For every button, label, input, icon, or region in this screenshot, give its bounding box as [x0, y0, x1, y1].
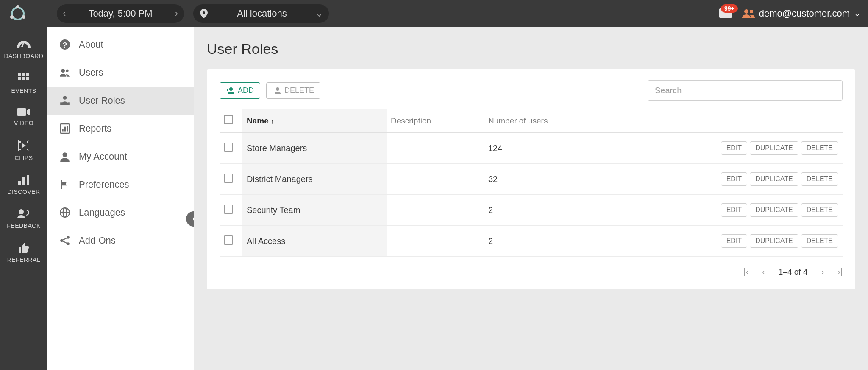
table-row: All Access2EDITDUPLICATEDELETE — [220, 226, 843, 257]
row-desc — [387, 164, 484, 195]
svg-rect-12 — [17, 108, 26, 116]
svg-rect-15 — [27, 141, 28, 143]
person-add-icon — [226, 87, 234, 94]
pager-last[interactable]: ›| — [837, 267, 843, 277]
row-checkbox[interactable] — [224, 235, 233, 245]
pager-first[interactable]: |‹ — [743, 267, 748, 277]
grid-icon — [18, 73, 29, 84]
col-desc[interactable]: Description — [391, 116, 431, 125]
duplicate-button[interactable]: DUPLICATE — [750, 141, 798, 155]
svg-point-0 — [12, 8, 24, 20]
svg-text:?: ? — [63, 41, 67, 49]
row-delete-button[interactable]: DELETE — [801, 141, 838, 155]
search-input[interactable] — [648, 80, 843, 101]
sidebar-item-reports[interactable]: Reports — [47, 115, 194, 143]
date-label: Today, 5:00 PM — [72, 8, 169, 19]
edit-button[interactable]: EDIT — [721, 234, 747, 248]
inbox-badge: 99+ — [721, 4, 738, 13]
svg-point-3 — [22, 15, 25, 19]
svg-point-4 — [744, 9, 748, 14]
select-all-checkbox[interactable] — [224, 115, 233, 124]
row-delete-button[interactable]: DELETE — [801, 172, 838, 186]
row-delete-button[interactable]: DELETE — [801, 203, 838, 217]
svg-point-44 — [276, 87, 279, 91]
chevron-right-icon[interactable]: › — [175, 8, 178, 19]
edit-button[interactable]: EDIT — [721, 172, 747, 186]
date-picker[interactable]: ‹ Today, 5:00 PM › — [57, 4, 184, 23]
add-button[interactable]: ADD — [220, 82, 260, 99]
page-title: User Roles — [207, 41, 855, 57]
svg-point-1 — [16, 5, 19, 8]
row-checkbox[interactable] — [224, 205, 233, 214]
nav-video[interactable]: VIDEO — [14, 108, 33, 126]
pagination: |‹ ‹ 1–4 of 4 › ›| — [220, 267, 843, 277]
row-delete-button[interactable]: DELETE — [801, 234, 838, 248]
sidebar-item-users[interactable]: Users — [47, 59, 194, 87]
sidebar-item-label: Preferences — [79, 179, 129, 190]
row-name: District Managers — [242, 164, 387, 195]
svg-point-34 — [63, 152, 67, 157]
sidebar-item-languages[interactable]: Languages — [47, 199, 194, 227]
roles-table: Name ↑ Description Number of users Store… — [220, 109, 843, 257]
sidebar-item-user-roles[interactable]: User Roles — [47, 87, 194, 115]
duplicate-button[interactable]: DUPLICATE — [750, 203, 798, 217]
chevron-down-icon[interactable]: ⌄ — [854, 9, 860, 18]
svg-point-43 — [229, 87, 233, 91]
location-picker[interactable]: All locations ⌄ — [193, 4, 329, 23]
delete-label: DELETE — [284, 86, 314, 95]
svg-point-2 — [10, 15, 14, 19]
sidebar-item-my-account[interactable]: My Account — [47, 143, 194, 171]
pager-next[interactable]: › — [821, 267, 824, 277]
nav-label: FEEDBACK — [7, 222, 40, 229]
table-header-row: Name ↑ Description Number of users — [220, 109, 843, 133]
nav-feedback[interactable]: FEEDBACK — [7, 209, 40, 229]
chevron-down-icon[interactable]: ⌄ — [315, 8, 323, 19]
row-checkbox[interactable] — [224, 143, 233, 152]
sidebar-item-about[interactable]: ? About — [47, 31, 194, 59]
sidebar-item-preferences[interactable]: Preferences — [47, 171, 194, 199]
top-bar: ‹ Today, 5:00 PM › All locations ⌄ 99+ d… — [0, 0, 868, 27]
edit-button[interactable]: EDIT — [721, 203, 747, 217]
sidebar-item-label: My Account — [79, 151, 127, 162]
nav-label: CLIPS — [15, 154, 33, 161]
row-checkbox[interactable] — [224, 174, 233, 183]
col-count[interactable]: Number of users — [488, 116, 548, 125]
svg-rect-19 — [18, 181, 21, 185]
sidebar-item-label: User Roles — [79, 95, 125, 106]
person-icon — [59, 151, 70, 162]
people-icon — [59, 67, 70, 78]
nav-discover[interactable]: DISCOVER — [7, 175, 40, 195]
col-name[interactable]: Name — [247, 116, 269, 125]
topbar-right: 99+ demo@customer.com ⌄ — [719, 8, 860, 19]
nav-clips[interactable]: CLIPS — [15, 140, 33, 161]
nav-label: DISCOVER — [7, 188, 40, 195]
row-count: 32 — [484, 164, 603, 195]
user-menu[interactable]: demo@customer.com ⌄ — [742, 8, 860, 19]
pager-prev[interactable]: ‹ — [762, 267, 765, 277]
globe-icon — [59, 207, 70, 218]
sidebar-item-label: About — [79, 39, 103, 50]
nav-label: VIDEO — [14, 120, 33, 126]
svg-rect-20 — [22, 177, 25, 185]
settings-sidebar: ? About Users User Roles Reports My Acco… — [47, 27, 194, 370]
sidebar-item-label: Users — [79, 67, 103, 78]
chart-icon — [59, 123, 70, 134]
row-desc — [387, 195, 484, 226]
sort-asc-icon: ↑ — [271, 118, 274, 125]
nav-events[interactable]: EVENTS — [11, 73, 36, 94]
svg-line-41 — [63, 238, 67, 240]
edit-button[interactable]: EDIT — [721, 141, 747, 155]
duplicate-button[interactable]: DUPLICATE — [750, 234, 798, 248]
nav-referral[interactable]: REFERRAL — [7, 243, 41, 263]
sidebar-item-addons[interactable]: Add-Ons — [47, 227, 194, 255]
delete-button: DELETE — [266, 82, 320, 99]
svg-rect-9 — [18, 77, 21, 80]
svg-marker-18 — [22, 143, 26, 148]
duplicate-button[interactable]: DUPLICATE — [750, 172, 798, 186]
svg-rect-10 — [22, 77, 25, 80]
table-row: Security Team2EDITDUPLICATEDELETE — [220, 195, 843, 226]
inbox-button[interactable]: 99+ — [719, 8, 732, 19]
nav-dashboard[interactable]: DASHBOARD — [4, 39, 43, 59]
film-icon — [18, 140, 29, 151]
chevron-left-icon[interactable]: ‹ — [63, 8, 66, 19]
